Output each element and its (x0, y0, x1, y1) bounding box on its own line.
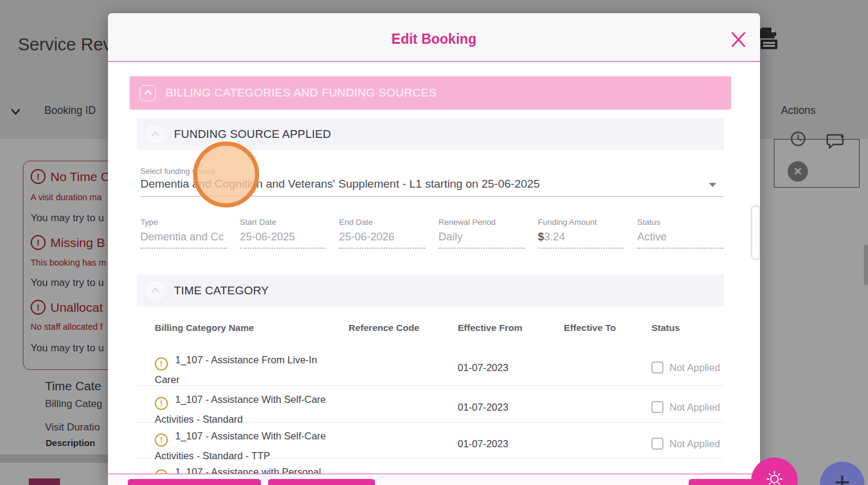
field-value: Active (637, 231, 723, 249)
field-label: Renewal Period (438, 218, 525, 227)
billing-category-name: 1_107 - Assistance With Self-Care Activi… (155, 394, 326, 424)
warning-icon: ! (155, 469, 168, 474)
currency-prefix: $ (538, 231, 544, 243)
footer-button-2[interactable] (268, 479, 375, 485)
modal-footer (108, 474, 760, 485)
field-type: Type Dementia and Cc (140, 218, 227, 249)
collapse-chevron-up-icon[interactable] (147, 126, 163, 142)
effective-from-cell: 01-07-2023 (458, 438, 564, 450)
select-underline (140, 196, 723, 197)
effective-from-cell: 01-07-2023 (458, 402, 564, 413)
column-reference-code: Reference Code (349, 323, 458, 333)
field-value: 25-06-2026 (339, 231, 425, 249)
modal-title: Edit Booking (108, 31, 760, 47)
status-label: Not Applied (669, 362, 720, 373)
status-checkbox[interactable] (651, 362, 663, 373)
time-category-table-header: Billing Category Name Reference Code Eff… (137, 323, 724, 333)
funding-fields-row: Type Dementia and Cc Start Date 25-06-20… (140, 218, 723, 249)
column-effective-to: Effective To (564, 323, 651, 333)
screen: Service Rev Booking ID Actions ! No Time… (0, 0, 868, 485)
status-cell: Not Applied (651, 401, 724, 413)
table-row: !1_107 - Assistance With Self-Care Activ… (137, 385, 724, 422)
status-checkbox[interactable] (651, 438, 663, 450)
field-value: 25-06-2025 (240, 231, 326, 249)
warning-icon: ! (155, 397, 168, 410)
time-category-table-body: !1_107 - Assistance From Live-In Carer 0… (137, 347, 724, 474)
caret-down-icon[interactable] (709, 183, 716, 187)
footer-button-1[interactable] (128, 479, 261, 485)
status-checkbox[interactable] (651, 401, 663, 413)
warning-icon: ! (155, 433, 168, 447)
field-status: Status Active (637, 218, 723, 249)
section-title: FUNDING SOURCE APPLIED (174, 128, 331, 141)
status-label: Not Applied (669, 438, 720, 450)
column-effective-from: Effective From (458, 323, 564, 333)
field-value: Daily (438, 231, 525, 249)
funding-source-section-header[interactable]: FUNDING SOURCE APPLIED (137, 118, 724, 150)
sun-icon (765, 470, 783, 485)
field-label: End Date (339, 218, 425, 227)
table-row: !1_107 - Assistance From Live-In Carer 0… (137, 347, 724, 385)
collapse-chevron-up-icon[interactable] (147, 282, 163, 299)
footer-button-3[interactable] (689, 479, 760, 485)
field-renewal-period: Renewal Period Daily (438, 218, 525, 249)
table-row: !1_107 - Assistance With Self-Care Activ… (137, 422, 724, 458)
billing-category-name: 1_107 - Assistance With Self-Care Activi… (155, 430, 326, 461)
field-value: Dementia and Cc (140, 231, 227, 249)
edit-booking-modal: Edit Booking BILLING CATEGORIES AND FUND… (108, 13, 760, 485)
field-funding-amount: Funding Amount $3.24 (538, 218, 624, 249)
section-title: TIME CATEGORY (174, 284, 269, 297)
close-icon[interactable] (730, 31, 747, 48)
billing-category-name-cell: !1_107 - Assistance From Live-In Carer (155, 347, 349, 389)
field-value: $3.24 (538, 231, 624, 249)
funding-source-select-label: Select funding source (140, 167, 215, 176)
billing-categories-banner[interactable]: BILLING CATEGORIES AND FUNDING SOURCES (130, 76, 731, 110)
status-label: Not Applied (669, 402, 720, 413)
plus-icon: + (834, 468, 851, 485)
billing-category-name-cell: !1_107 - Assistance with Personal (155, 459, 349, 474)
billing-category-name: 1_107 - Assistance From Live-In Carer (155, 354, 317, 385)
time-category-section-header[interactable]: TIME CATEGORY (137, 275, 724, 306)
banner-title: BILLING CATEGORIES AND FUNDING SOURCES (166, 86, 437, 100)
modal-scrollbar-thumb[interactable] (752, 207, 759, 258)
amount-value: 3.24 (544, 231, 565, 243)
billing-category-name-cell: !1_107 - Assistance With Self-Care Activ… (155, 386, 349, 429)
funding-source-select[interactable]: Dementia and Cognition and Veterans' Sup… (140, 177, 704, 191)
field-label: Start Date (240, 218, 326, 227)
billing-category-name: 1_107 - Assistance with Personal (175, 466, 321, 474)
column-status: Status (651, 323, 724, 333)
effective-from-cell: 01-07-2023 (458, 362, 564, 373)
field-label: Type (140, 218, 227, 227)
field-label: Status (637, 218, 723, 227)
warning-icon: ! (155, 357, 168, 370)
field-label: Funding Amount (538, 218, 624, 227)
modal-header: Edit Booking (108, 13, 760, 62)
table-row: !1_107 - Assistance with Personal (137, 458, 724, 474)
field-start-date: Start Date 25-06-2025 (240, 218, 326, 249)
column-billing-category-name: Billing Category Name (155, 323, 349, 333)
field-end-date: End Date 25-06-2026 (339, 218, 425, 249)
collapse-chevron-up-icon[interactable] (140, 85, 156, 101)
status-cell: Not Applied (651, 438, 724, 450)
status-cell: Not Applied (651, 362, 724, 373)
